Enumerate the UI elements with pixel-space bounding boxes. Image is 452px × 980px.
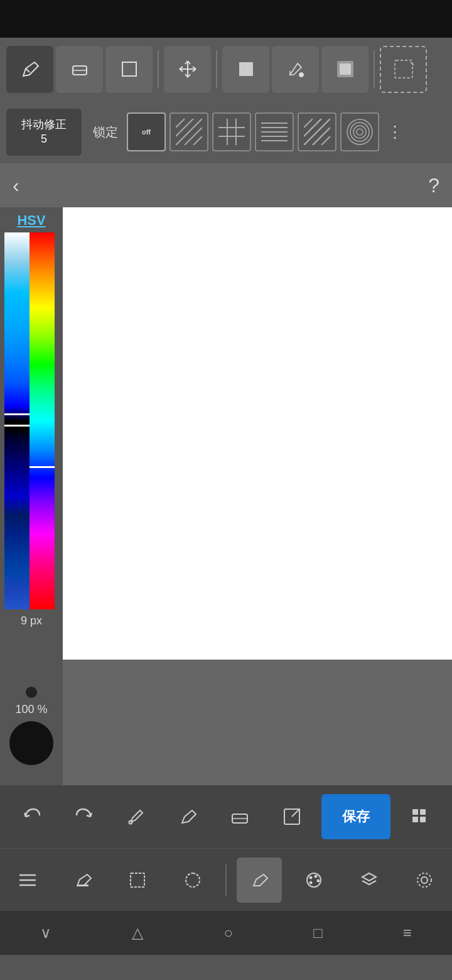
lock-label: 锁定 (93, 124, 118, 141)
lock-grid-button[interactable] (212, 112, 251, 151)
opacity-label: 100 % (15, 703, 47, 716)
edit-button[interactable] (60, 858, 105, 903)
hue-indicator (30, 466, 55, 468)
save-button[interactable]: 保存 (321, 794, 390, 839)
select-rect-tool[interactable] (105, 46, 153, 93)
svg-rect-44 (420, 817, 426, 822)
android-menu-button[interactable]: ≡ (403, 924, 412, 942)
eraser-tool[interactable] (56, 46, 103, 93)
action-bar: 保存 (0, 785, 452, 848)
color-bars[interactable] (4, 232, 58, 609)
pen-action-button[interactable] (166, 794, 211, 839)
redo-button[interactable] (62, 794, 107, 839)
brush-dot (26, 687, 37, 698)
bottom-toolbar (0, 848, 452, 911)
hamburger-menu-button[interactable] (5, 858, 50, 903)
svg-rect-42 (420, 809, 426, 815)
lock-diagonal2-button[interactable] (298, 112, 336, 151)
palette-button[interactable] (291, 858, 336, 903)
lock-off-button[interactable]: off (127, 112, 166, 151)
svg-rect-4 (340, 63, 351, 75)
svg-point-55 (421, 877, 428, 883)
toolbar-divider3 (374, 50, 375, 88)
export-button[interactable] (269, 794, 315, 839)
grid-menu-button[interactable] (397, 794, 443, 839)
help-button[interactable]: ? (428, 174, 439, 197)
svg-point-54 (309, 881, 313, 884)
eraser-action-button[interactable] (217, 794, 262, 839)
move-tool[interactable] (164, 46, 211, 93)
saturation-indicator (4, 413, 30, 415)
android-down-button[interactable]: ∨ (40, 924, 51, 942)
svg-rect-49 (131, 873, 144, 887)
lock-options: off (127, 112, 407, 151)
brush-right-panel (63, 660, 452, 785)
brush-preview (9, 721, 53, 765)
toolbar-divider1 (158, 50, 159, 88)
brush-left-panel: 100 % (0, 660, 63, 785)
toolbar-divider2 (216, 50, 217, 88)
svg-rect-2 (239, 62, 253, 76)
drawing-canvas[interactable] (63, 207, 452, 660)
brush-bottom-button[interactable] (237, 858, 282, 903)
svg-rect-1 (122, 62, 136, 76)
android-recents-button[interactable]: □ (313, 924, 323, 942)
saturation-bar[interactable] (4, 232, 30, 609)
stop-tool[interactable] (222, 46, 269, 93)
brush-size-label: 9 px (21, 614, 42, 628)
toolbar-row2: 抖动修正5 锁定 off (0, 101, 452, 163)
svg-point-56 (417, 873, 431, 887)
layers-button[interactable] (347, 858, 392, 903)
svg-rect-48 (77, 885, 89, 886)
svg-line-40 (292, 809, 299, 817)
color-picker-panel: HSV 9 px (0, 207, 63, 660)
toolbar-row1 (0, 38, 452, 101)
back-nav-button[interactable]: ‹ (13, 174, 19, 197)
select-rect-bottom-button[interactable] (115, 858, 160, 903)
undo-button[interactable] (9, 794, 55, 839)
android-back-button[interactable]: △ (132, 924, 143, 942)
settings-bottom-button[interactable] (402, 858, 447, 903)
color-picker-tool[interactable] (321, 46, 369, 93)
hue-bar[interactable] (30, 232, 55, 609)
stabilizer-button[interactable]: 抖动修正5 (6, 109, 82, 156)
saturation-indicator2 (4, 425, 30, 427)
pencil-tool[interactable] (6, 46, 53, 93)
status-bar (0, 0, 452, 38)
svg-rect-43 (412, 817, 418, 822)
lock-horizontal-button[interactable] (255, 112, 294, 151)
android-home-button[interactable]: ○ (223, 924, 233, 942)
select-free-button[interactable] (170, 858, 215, 903)
brush-settings-panel: 100 % (0, 660, 452, 785)
fill-tool[interactable] (272, 46, 319, 93)
bottom-divider (225, 864, 227, 896)
svg-point-52 (315, 874, 318, 878)
lock-diagonal1-button[interactable] (170, 112, 208, 151)
svg-point-51 (309, 876, 313, 879)
lock-more-button[interactable]: ⋮ (383, 122, 407, 142)
android-nav-bar: ∨ △ ○ □ ≡ (0, 911, 452, 955)
svg-point-53 (317, 879, 320, 882)
svg-rect-12 (218, 119, 245, 145)
svg-rect-41 (412, 809, 418, 815)
eyedropper-button[interactable] (114, 794, 159, 839)
main-area: HSV 9 px (0, 207, 452, 660)
nav-row: ‹ ? (0, 163, 452, 207)
hsv-mode-label[interactable]: HSV (17, 212, 45, 229)
lock-radial-button[interactable] (340, 112, 379, 151)
select-lasso-tool[interactable] (380, 46, 427, 93)
svg-rect-5 (395, 60, 412, 78)
